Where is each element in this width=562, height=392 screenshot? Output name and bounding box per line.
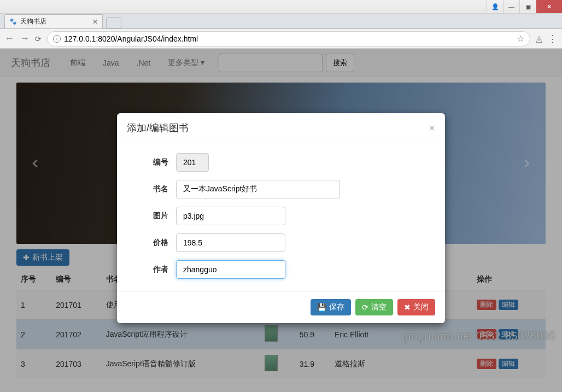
modal-close-icon[interactable]: ×: [429, 122, 435, 134]
url-input[interactable]: [64, 34, 513, 43]
favicon-icon: 🐾: [9, 18, 17, 26]
field-price-label: 价格: [127, 238, 176, 248]
field-name-input[interactable]: [176, 180, 340, 198]
modal-save-button[interactable]: 💾 保存: [311, 299, 351, 315]
refresh-icon: ⟳: [362, 303, 368, 312]
window-maximize[interactable]: ▣: [519, 0, 536, 13]
browser-tab[interactable]: 🐾 天狗书店 ✕: [4, 14, 103, 28]
nav-back-icon[interactable]: ←: [4, 33, 14, 44]
save-icon: 💾: [317, 303, 326, 312]
site-info-icon[interactable]: i: [53, 35, 61, 43]
address-bar[interactable]: i ☆: [47, 31, 530, 46]
field-name-label: 书名: [127, 184, 176, 194]
field-author-input[interactable]: [176, 260, 285, 279]
tab-close-icon[interactable]: ✕: [92, 18, 98, 26]
modal-close-button[interactable]: ✖ 关闭: [397, 299, 435, 315]
field-author-label: 作者: [127, 265, 176, 274]
window-minimize[interactable]: —: [503, 0, 519, 13]
window-user-icon[interactable]: 👤: [487, 0, 503, 13]
tab-title: 天狗书店: [20, 17, 46, 26]
edit-book-modal: 添加/编辑图书 × 编号 书名 图片 价格 作者: [117, 113, 445, 323]
browser-tab-strip: 🐾 天狗书店 ✕: [0, 14, 562, 29]
new-tab-button[interactable]: [106, 17, 121, 28]
extension-icon[interactable]: ◬: [536, 33, 542, 44]
bookmark-star-icon[interactable]: ☆: [517, 33, 524, 44]
field-img-input[interactable]: [176, 207, 285, 225]
field-price-input[interactable]: [176, 233, 285, 252]
close-icon: ✖: [404, 303, 411, 312]
browser-toolbar: ← → ⟳ i ☆ ◬ ⋮: [0, 29, 562, 49]
field-id-label: 编号: [127, 157, 176, 167]
field-id-input: [176, 153, 209, 172]
browser-menu-icon[interactable]: ⋮: [548, 33, 558, 45]
modal-title: 添加/编辑图书: [127, 121, 189, 134]
field-img-label: 图片: [127, 211, 176, 221]
window-titlebar: 👤 — ▣ ✕: [0, 0, 562, 14]
window-close[interactable]: ✕: [536, 0, 562, 13]
reload-icon[interactable]: ⟳: [35, 34, 42, 43]
nav-forward-icon[interactable]: →: [20, 33, 30, 44]
modal-clear-button[interactable]: ⟳ 清空: [355, 299, 393, 315]
